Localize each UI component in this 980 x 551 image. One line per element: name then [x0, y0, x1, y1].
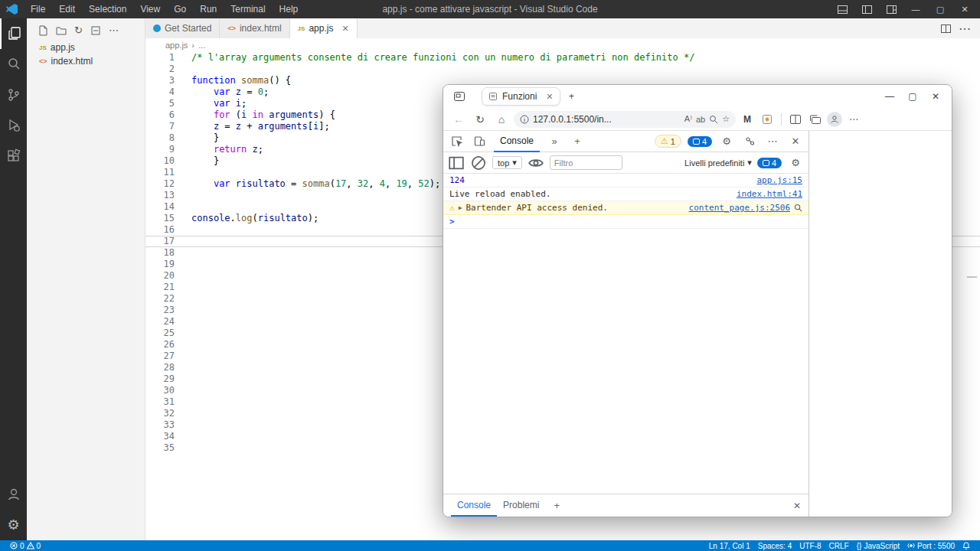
close-icon[interactable]: ✕: [924, 86, 947, 106]
tab-get-started[interactable]: Get Started: [145, 18, 220, 38]
add-tool-icon[interactable]: +: [569, 133, 586, 150]
console-row-log[interactable]: Live reload enabled.index.html:41: [443, 187, 808, 201]
menu-view[interactable]: View: [134, 2, 166, 16]
collections-icon[interactable]: [807, 111, 824, 128]
tab-close-icon[interactable]: ✕: [341, 24, 348, 34]
source-link[interactable]: content_page.js:2506: [689, 203, 790, 213]
code-line-1[interactable]: 1/* l'array arguments consente di creare…: [145, 52, 980, 64]
device-toolbar-icon[interactable]: [471, 133, 488, 150]
expand-arrow-icon[interactable]: ▶: [459, 204, 462, 211]
tab-actions-icon[interactable]: [448, 86, 471, 106]
menu-terminal[interactable]: Terminal: [224, 2, 271, 16]
minimize-icon[interactable]: —: [905, 1, 926, 18]
maximize-icon[interactable]: ▢: [901, 86, 924, 106]
eol-sequence[interactable]: CRLF: [825, 542, 853, 550]
file-item-indexhtml[interactable]: <> index.html: [27, 54, 145, 68]
drawer-add-icon[interactable]: +: [548, 497, 565, 514]
breadcrumb[interactable]: app.js › ...: [145, 38, 980, 52]
drawer-tab-console[interactable]: Console: [451, 495, 497, 517]
live-expression-eye-icon[interactable]: [528, 155, 544, 171]
new-file-icon[interactable]: [38, 25, 48, 36]
url-text[interactable]: 127.0.0.1:5500/in...: [533, 114, 681, 125]
favorite-star-icon[interactable]: ☆: [722, 114, 730, 124]
editor-more-icon[interactable]: ⋯: [959, 21, 971, 36]
menu-help[interactable]: Help: [273, 2, 305, 16]
cursor-position[interactable]: Ln 17, Col 1: [705, 542, 754, 550]
read-aloud-icon[interactable]: A⁾: [684, 114, 692, 124]
devtools-close-icon[interactable]: ✕: [787, 133, 804, 150]
warnings-badge[interactable]: ⚠1: [655, 135, 681, 148]
console-input-row[interactable]: >: [443, 215, 808, 229]
issues-badge[interactable]: 4: [688, 136, 712, 147]
tab-close-icon[interactable]: ✕: [546, 92, 553, 102]
site-info-icon[interactable]: [520, 115, 529, 124]
breadcrumb-more[interactable]: ...: [198, 41, 205, 50]
menu-file[interactable]: File: [24, 2, 51, 16]
live-server-port[interactable]: Port : 5500: [903, 542, 959, 550]
log-levels-dropdown[interactable]: Livelli predefiniti▾: [684, 158, 752, 168]
home-icon[interactable]: ⌂: [492, 110, 511, 129]
console-sidebar-icon[interactable]: [448, 155, 465, 171]
tab-index-html[interactable]: <> index.html: [220, 18, 289, 38]
code-line-2[interactable]: 2: [145, 64, 980, 75]
zoom-icon[interactable]: [709, 115, 718, 124]
file-item-appjs[interactable]: JS app.js: [27, 41, 145, 54]
source-link[interactable]: index.html:41: [737, 189, 802, 199]
issues-count-badge[interactable]: 4: [757, 158, 782, 168]
search-similar-icon[interactable]: [794, 204, 802, 212]
search-icon[interactable]: [0, 49, 27, 80]
menu-go[interactable]: Go: [168, 2, 192, 16]
browser-menu-icon[interactable]: ⋯: [845, 111, 862, 128]
close-icon[interactable]: ✕: [954, 1, 975, 18]
layout-sidebar-icon[interactable]: [856, 1, 877, 18]
source-link[interactable]: app.js:15: [756, 175, 802, 185]
devtools-settings-gear-icon[interactable]: ⚙: [718, 133, 735, 150]
browser-tab[interactable]: Funzioni ✕: [482, 87, 560, 106]
explorer-icon[interactable]: [0, 18, 27, 49]
split-editor-icon[interactable]: [941, 24, 951, 33]
split-screen-icon[interactable]: [787, 111, 804, 128]
console-settings-gear-icon[interactable]: ⚙: [787, 155, 804, 171]
settings-gear-icon[interactable]: ⚙: [0, 510, 27, 540]
address-bar[interactable]: 127.0.0.1:5500/in... A⁾ ab ☆: [514, 111, 736, 128]
layout-panel-icon[interactable]: [831, 1, 853, 18]
focus-mode-icon[interactable]: [741, 133, 758, 150]
drawer-close-icon[interactable]: ✕: [793, 500, 801, 511]
console-empty-space[interactable]: [443, 229, 808, 494]
console-row-result[interactable]: 124app.js:15: [443, 174, 808, 187]
new-tab-icon[interactable]: +: [560, 86, 583, 106]
breadcrumb-file[interactable]: app.js: [165, 41, 188, 50]
extensions-icon[interactable]: [0, 141, 27, 171]
webpage-viewport[interactable]: [809, 131, 952, 517]
notifications-bell-icon[interactable]: [959, 542, 974, 549]
source-control-icon[interactable]: [0, 80, 27, 110]
customize-layout-icon[interactable]: [880, 1, 902, 18]
menu-selection[interactable]: Selection: [83, 2, 132, 16]
translate-icon[interactable]: ab: [696, 115, 705, 124]
more-actions-icon[interactable]: ⋯: [109, 24, 119, 36]
menu-run[interactable]: Run: [194, 2, 223, 16]
drawer-tab-problemi[interactable]: Problemi: [497, 495, 545, 517]
run-debug-icon[interactable]: [0, 110, 27, 141]
devtools-more-icon[interactable]: ⋯: [764, 133, 781, 150]
maximize-icon[interactable]: ▢: [929, 1, 951, 18]
menu-edit[interactable]: Edit: [53, 2, 81, 16]
back-icon[interactable]: ←: [449, 110, 468, 129]
new-folder-icon[interactable]: [56, 25, 67, 36]
indentation[interactable]: Spaces: 4: [754, 542, 795, 550]
more-tabs-icon[interactable]: »: [546, 133, 563, 150]
console-row-warning[interactable]: ⚠▶Bartender API access denied.content_pa…: [443, 201, 808, 215]
profile-avatar[interactable]: [827, 112, 842, 127]
clear-console-icon[interactable]: [470, 155, 487, 171]
collapse-all-icon[interactable]: [90, 25, 101, 36]
inspect-element-icon[interactable]: [448, 133, 465, 150]
console-filter-input[interactable]: [550, 155, 622, 170]
context-selector[interactable]: top▾: [492, 156, 522, 169]
tab-app-js[interactable]: JS app.js ✕: [290, 18, 358, 38]
refresh-icon[interactable]: ↻: [471, 110, 489, 129]
minimize-icon[interactable]: —: [878, 86, 901, 106]
refresh-icon[interactable]: ↻: [74, 24, 83, 36]
encoding[interactable]: UTF-8: [795, 542, 825, 550]
devtools-tab-console[interactable]: Console: [494, 131, 540, 152]
m-extension-icon[interactable]: M: [739, 111, 756, 128]
